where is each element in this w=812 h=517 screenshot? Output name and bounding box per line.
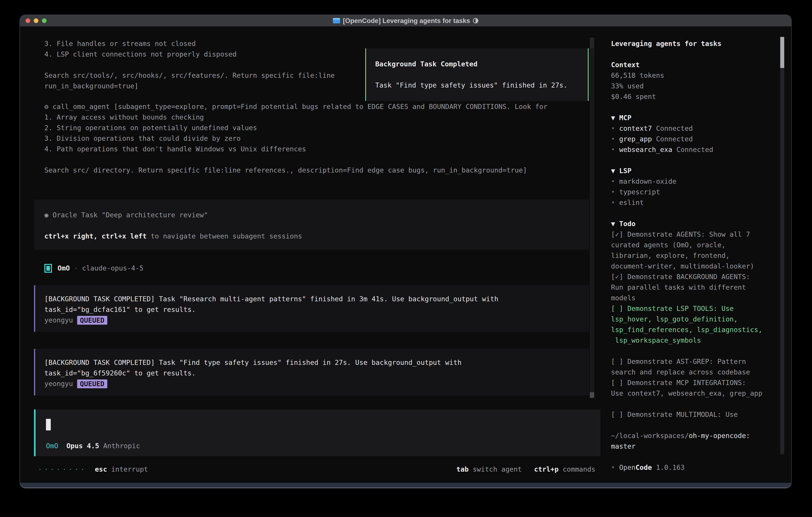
text-line: ▼ MCP <box>611 113 762 123</box>
window-title: [OpenCode] Leveraging agents for tasks <box>343 17 470 25</box>
text-line: • grep_app Connected <box>611 134 762 144</box>
text-line: task_id="bg_dcfac161" to get results. <box>45 304 589 315</box>
text-line: lsp_hover, lsp_goto_definition, <box>611 314 762 324</box>
text-line: Background Task Completed <box>375 59 588 70</box>
text-line: Search src/tools/, src/hooks/, src/featu… <box>45 70 335 81</box>
text-line <box>611 420 762 430</box>
agent-header-text: OmO · claude-opus-4-5 <box>58 263 143 273</box>
text-line: lsp_workspace_symbols <box>611 335 762 346</box>
oracle-task-box[interactable]: ◉ Oracle Task "Deep architecture review"… <box>34 199 589 250</box>
text-line: 4. Path operations that don't handle Win… <box>45 144 548 154</box>
sidebar-scrollbar[interactable] <box>780 36 784 454</box>
chat-scrollbar-thumb[interactable] <box>590 392 594 398</box>
text-line: [ ] Demonstrate AST-GREP: Pattern <box>611 356 762 367</box>
text-line: tab switch agent ctrl+p commands <box>456 464 596 474</box>
window-bottom-edge <box>20 483 791 488</box>
text-line <box>45 154 548 165</box>
text-line: • context7 Connected <box>611 123 762 134</box>
folder-icon <box>333 18 340 23</box>
model-indicator: OmO Opus 4.5 Anthropic <box>46 441 140 451</box>
task-message[interactable]: [BACKGROUND TASK COMPLETED] Task "Find t… <box>34 349 589 396</box>
window-title-group: [OpenCode] Leveraging agents for tasks <box>20 15 791 26</box>
app-window: [OpenCode] Leveraging agents for tasks 3… <box>20 15 791 488</box>
text-line: Task "Find type safety issues" finished … <box>375 80 588 90</box>
chat-scrollbar[interactable] <box>590 37 594 398</box>
text-cursor <box>46 419 51 430</box>
tool-call-block: ⚙ call_omo_agent [subagent_type=explore,… <box>45 101 548 175</box>
text-line <box>611 399 762 409</box>
text-line: 3. File handles or streams not closed <box>45 38 335 49</box>
text-line: • websearch_exa Connected <box>611 144 762 155</box>
text-line <box>611 208 762 219</box>
text-line: Context <box>611 60 762 70</box>
text-line: ▼ LSP <box>611 166 762 176</box>
text-line: [✓] Demonstrate BACKGROUND AGENTS: <box>611 272 762 282</box>
text-line: $0.46 spent <box>611 91 762 102</box>
text-line: 4. LSP client connections not properly d… <box>45 49 335 60</box>
text-line: • eslint <box>611 197 762 208</box>
text-line: ········ esc interrupt <box>38 464 148 474</box>
text-line: Search src/ directory. Return specific f… <box>45 165 548 175</box>
text-line: curated agents (OmO, oracle, <box>611 240 762 250</box>
text-line: search and replace across codebase <box>611 367 762 377</box>
task-message[interactable]: [BACKGROUND TASK COMPLETED] Task "Resear… <box>34 285 589 332</box>
text-line: [ ] Demonstrate MCP INTEGRATIONS: <box>611 377 762 388</box>
chat-scrollbar-top-segment <box>590 37 594 48</box>
status-bar-right: tab switch agent ctrl+p commands <box>456 464 596 474</box>
text-line: [BACKGROUND TASK COMPLETED] Task "Find t… <box>45 357 589 368</box>
text-line: [ ] Demonstrate MULTIMODAL: Use <box>611 409 762 420</box>
text-line: 2. String operations on potentially unde… <box>45 123 548 133</box>
text-line: librarian, explore, frontend, <box>611 250 762 261</box>
background-task-notification: Background Task Completed Task "Find typ… <box>365 48 589 101</box>
status-bar-left: ········ esc interrupt <box>38 464 148 474</box>
text-line <box>611 452 762 462</box>
text-line: ~/local-workspaces/oh-my-opencode: <box>611 430 762 441</box>
text-line: [BACKGROUND TASK COMPLETED] Task "Resear… <box>45 294 589 304</box>
text-line: [✓] Demonstrate AGENTS: Show all 7 <box>611 229 762 240</box>
text-line: ctrl+x right, ctrl+x left to navigate be… <box>45 231 589 242</box>
text-line: ◉ Oracle Task "Deep architecture review" <box>45 210 589 220</box>
text-line: 1. Array access without bounds checking <box>45 112 548 123</box>
terminal-content: 3. File handles or streams not closed4. … <box>20 26 791 483</box>
text-line: lsp_find_references, lsp_diagnostics, <box>611 324 762 335</box>
text-line <box>611 102 762 113</box>
text-line: task_id="bg_6f59260c" to get results. <box>45 368 589 378</box>
agent-square-icon <box>45 264 52 273</box>
text-line: document-writer, multimodal-looker) <box>611 261 762 272</box>
text-line: master <box>611 441 762 452</box>
text-line <box>45 60 335 70</box>
text-line: OmO Opus 4.5 Anthropic <box>46 441 140 451</box>
text-line: Run parallel tasks with different <box>611 282 762 293</box>
text-line: Leveraging agents for tasks <box>611 38 762 49</box>
text-line: ▼ Todo <box>611 219 762 229</box>
text-line: yeongyu QUEUED <box>45 315 589 325</box>
text-line <box>611 49 762 60</box>
text-line <box>375 70 588 80</box>
text-line: • typescript <box>611 187 762 197</box>
agent-header: OmO · claude-opus-4-5 <box>45 263 143 273</box>
sidebar-scrollbar-thumb[interactable] <box>780 37 784 68</box>
title-bar[interactable]: [OpenCode] Leveraging agents for tasks <box>20 15 791 26</box>
text-line: 66,518 tokens <box>611 70 762 81</box>
text-line: Use context7, websearch_exa, grep_app <box>611 388 762 399</box>
text-line: yeongyu QUEUED <box>45 378 589 389</box>
text-line <box>45 220 589 231</box>
text-line: 33% used <box>611 81 762 91</box>
text-line: • OpenCode 1.0.163 <box>611 462 762 473</box>
text-line: models <box>611 293 762 303</box>
text-line: • markdown-oxide <box>611 176 762 187</box>
prompt-input[interactable]: OmO Opus 4.5 Anthropic <box>34 409 601 456</box>
text-line <box>611 155 762 166</box>
half-circle-icon <box>473 18 478 23</box>
text-line <box>611 346 762 356</box>
text-line: [ ] Demonstrate LSP TOOLS: Use <box>611 303 762 314</box>
text-line: ⚙ call_omo_agent [subagent_type=explore,… <box>45 101 548 112</box>
text-line: run_in_background=true] <box>45 81 335 91</box>
text-line: OmO · claude-opus-4-5 <box>58 263 143 273</box>
sidebar: Leveraging agents for tasks Context66,51… <box>611 38 762 473</box>
chat-scrollback: 3. File handles or streams not closed4. … <box>45 38 335 91</box>
text-line: 3. Division operations that could divide… <box>45 133 548 144</box>
